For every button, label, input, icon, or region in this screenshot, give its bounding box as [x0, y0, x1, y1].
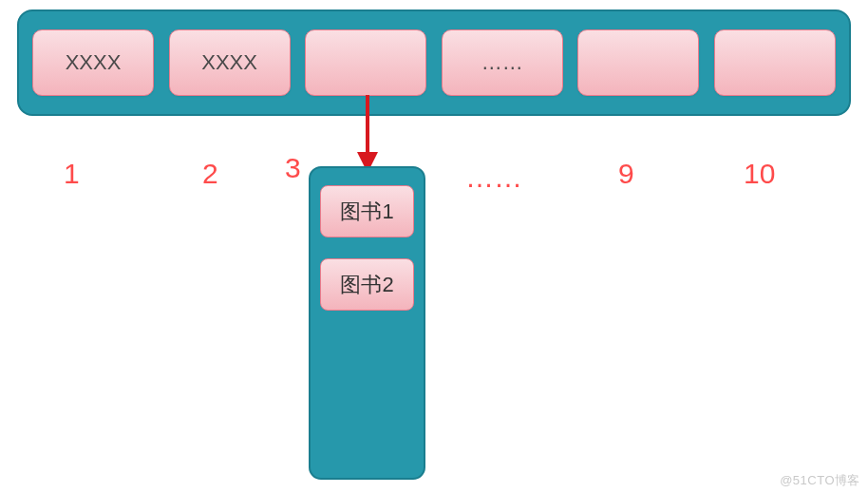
slot-label: XXXX [201, 50, 257, 75]
book-item-1: 图书1 [320, 185, 414, 237]
array-panel: XXXX XXXX …… [17, 9, 851, 116]
watermark: @51CTO博客 [780, 472, 860, 489]
bucket-panel: 图书1 图书2 [309, 166, 425, 480]
index-label-10: 10 [744, 158, 775, 190]
slot-label: …… [481, 50, 523, 75]
array-slot-5 [577, 29, 699, 96]
array-slot-4: …… [442, 29, 563, 96]
book-label: 图书1 [340, 198, 393, 226]
slot-label: XXXX [66, 50, 122, 75]
array-slot-3 [305, 29, 426, 96]
book-item-2: 图书2 [320, 258, 414, 311]
array-slot-6 [714, 29, 836, 96]
array-slot-2: XXXX [169, 29, 291, 96]
index-label-9: 9 [618, 158, 634, 190]
array-slot-1: XXXX [32, 29, 154, 96]
arrow-icon [360, 95, 375, 173]
index-label-3: 3 [285, 152, 301, 184]
index-label-2: 2 [202, 158, 218, 190]
index-label-ellipsis: …… [465, 161, 522, 194]
index-label-1: 1 [64, 158, 80, 190]
book-label: 图书2 [340, 271, 393, 299]
